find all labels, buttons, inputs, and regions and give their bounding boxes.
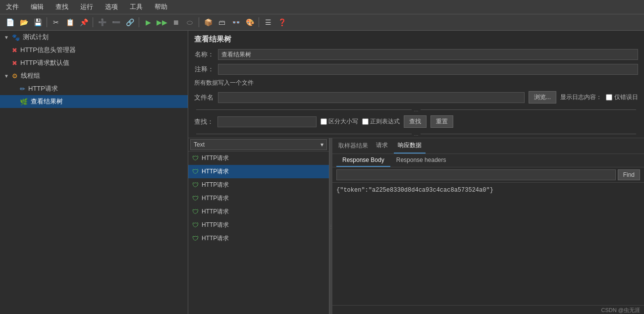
open-button[interactable]: 📂	[18, 16, 30, 28]
toolbar-separator-1	[47, 17, 47, 27]
glasses-button[interactable]: 👓	[230, 16, 242, 28]
sidebar-item-label: HTTP信息头管理器	[20, 46, 76, 54]
sidebar-item-label: HTTP请求默认值	[20, 58, 69, 67]
regex-label[interactable]: 正则表达式	[362, 117, 400, 126]
find-button[interactable]: Find	[618, 169, 640, 180]
main-layout: ▼ 🐾 测试计划 ✖ HTTP信息头管理器 ✖ HTTP请求默认值 ▼ ⚙ 线程…	[0, 31, 644, 314]
pause-button[interactable]: ⬭	[184, 16, 196, 28]
tab-body[interactable]: Response Body	[336, 154, 390, 167]
list-toolbar: Text ▾	[188, 138, 329, 152]
pkg2-button[interactable]: 🗃	[216, 16, 228, 28]
result-panel: 查看结果树 名称： 注释： 所有数据写入一个文件 文件名 浏览... 显示日志内…	[188, 31, 644, 314]
footer-bar: CSDN @虫无涯	[332, 305, 644, 314]
cross-icon: ✖	[12, 59, 17, 67]
list-item-label: HTTP请求	[202, 154, 229, 162]
shield-icon: 🛡	[192, 235, 199, 242]
response-search-input[interactable]	[336, 169, 616, 180]
sidebar-item-label: 查看结果树	[31, 97, 63, 106]
reset-button[interactable]: 重置	[430, 115, 453, 128]
regex-checkbox[interactable]	[362, 118, 369, 125]
response-tabs: Response Body Response headers	[332, 154, 644, 167]
run-all-button[interactable]: ▶▶	[156, 16, 168, 28]
cut-button[interactable]: ✂	[50, 16, 62, 28]
name-input[interactable]	[218, 49, 638, 60]
sidebar-item-view-results[interactable]: 🌿 查看结果树	[0, 95, 188, 108]
format-dropdown[interactable]: Text ▾	[190, 139, 327, 150]
menu-find[interactable]: 查找	[54, 1, 70, 12]
connect-button[interactable]: 🔗	[124, 16, 136, 28]
list-button[interactable]: ☰	[262, 16, 274, 28]
toolbar-separator-3	[139, 17, 139, 27]
list-item[interactable]: 🛡 HTTP请求	[188, 218, 329, 232]
stop-button[interactable]: ⏹	[170, 16, 182, 28]
add-button[interactable]: ➕	[96, 16, 108, 28]
menu-bar: 文件 编辑 查找 运行 选项 工具 帮助	[0, 0, 644, 14]
shield-icon: 🛡	[192, 181, 199, 189]
tab-request[interactable]: 请求	[372, 138, 392, 154]
remove-button[interactable]: ➖	[110, 16, 122, 28]
menu-tools[interactable]: 工具	[128, 1, 145, 12]
sidebar-item-label: 测试计划	[23, 33, 49, 42]
divider-line	[421, 109, 636, 110]
divider-line-3	[421, 134, 636, 134]
shield-icon: 🛡	[192, 168, 199, 175]
sidebar-item-thread-group[interactable]: ▼ ⚙ 线程组	[0, 69, 188, 82]
list-item[interactable]: 🛡 HTTP请求	[188, 192, 329, 205]
sidebar-item-http-header[interactable]: ✖ HTTP信息头管理器	[0, 44, 188, 56]
case-sensitive-label[interactable]: 区分大小写	[321, 117, 358, 126]
file-row: 文件名 浏览... 显示日志内容： 仅错误日	[188, 89, 644, 105]
run-button[interactable]: ▶	[142, 16, 154, 28]
list-item-label: HTTP请求	[202, 234, 229, 243]
dropdown-value: Text	[194, 141, 205, 148]
sidebar-item-label: HTTP请求	[28, 84, 58, 93]
list-item-label: HTTP请求	[202, 208, 229, 216]
pkg1-button[interactable]: 📦	[202, 16, 214, 28]
comment-label: 注释：	[194, 65, 214, 74]
menu-file[interactable]: 文件	[4, 1, 21, 12]
toolbar-separator-2	[93, 17, 93, 27]
browse-button[interactable]: 浏览...	[529, 91, 556, 104]
shield-icon: 🛡	[192, 195, 199, 202]
list-item[interactable]: 🛡 HTTP请求	[188, 165, 329, 178]
sidebar-item-http-defaults[interactable]: ✖ HTTP请求默认值	[0, 56, 188, 69]
help-button[interactable]: ❓	[276, 16, 288, 28]
paint-button[interactable]: 🎨	[244, 16, 256, 28]
list-item[interactable]: 🛡 HTTP请求	[188, 178, 329, 192]
paste-button[interactable]: 📌	[78, 16, 90, 28]
menu-edit[interactable]: 编辑	[29, 1, 46, 12]
menu-options[interactable]: 选项	[103, 1, 120, 12]
list-pane: Text ▾ 🛡 HTTP请求 🛡 HTTP请求	[188, 138, 329, 314]
find-button[interactable]: 查找	[404, 115, 427, 128]
shield-icon: 🛡	[192, 208, 199, 215]
list-item[interactable]: 🛡 HTTP请求	[188, 152, 329, 165]
divider-text: ...	[414, 106, 418, 112]
tab-response[interactable]: 响应数据	[394, 138, 426, 154]
new-button[interactable]: 📄	[4, 16, 16, 28]
list-item[interactable]: 🛡 HTTP请求	[188, 232, 329, 245]
file-input[interactable]	[218, 92, 525, 103]
only-error-checkbox[interactable]	[606, 94, 612, 101]
sidebar-item-http-request[interactable]: ✏ HTTP请求	[0, 82, 188, 95]
list-item-label: HTTP请求	[202, 221, 229, 229]
only-error-checkbox-label[interactable]: 仅错误日	[606, 93, 638, 102]
list-item[interactable]: 🛡 HTTP请求	[188, 205, 329, 218]
dropdown-arrow-icon: ▾	[321, 141, 323, 148]
response-content: {"token":"a225e8330d8d4ca93c4cac8a573524…	[336, 187, 493, 194]
save-button[interactable]: 💾	[32, 16, 44, 28]
copy-button[interactable]: 📋	[64, 16, 76, 28]
cross-icon: ✖	[12, 47, 17, 54]
tab-headers[interactable]: Response headers	[390, 154, 452, 167]
only-error-label: 仅错误日	[614, 93, 638, 102]
response-pane: 取样器结果 请求 响应数据 Response Body Response hea…	[332, 138, 644, 314]
comment-input[interactable]	[218, 64, 638, 75]
footer-credit: CSDN @虫无涯	[601, 307, 640, 314]
list-item-label: HTTP请求	[202, 194, 229, 203]
name-row: 名称：	[188, 47, 644, 62]
menu-help[interactable]: 帮助	[153, 1, 169, 12]
pen-icon: ✏	[20, 85, 25, 93]
menu-run[interactable]: 运行	[78, 1, 95, 12]
sidebar-item-test-plan[interactable]: ▼ 🐾 测试计划	[0, 31, 188, 44]
case-sensitive-checkbox[interactable]	[321, 118, 327, 125]
search-input[interactable]	[217, 116, 317, 127]
divider-line-2	[196, 134, 412, 134]
